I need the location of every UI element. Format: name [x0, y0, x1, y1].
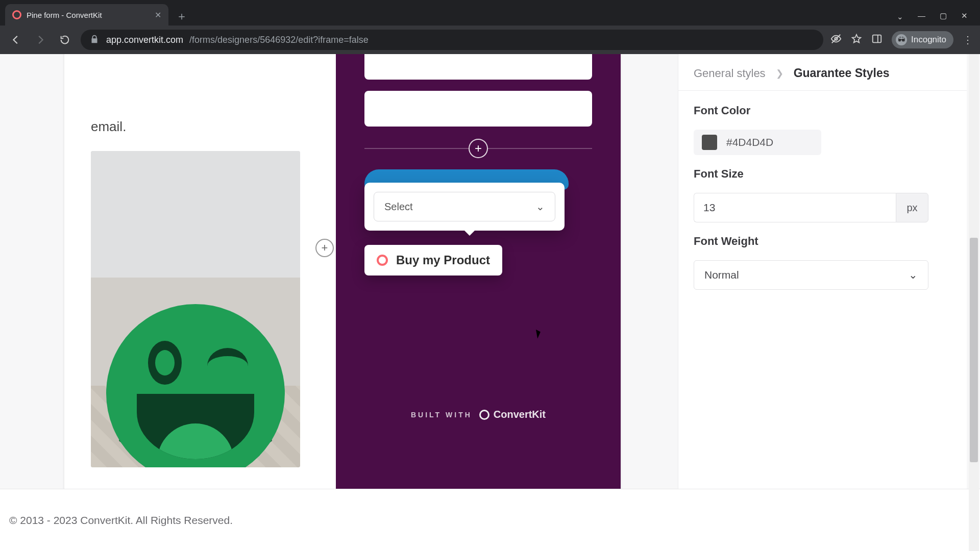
form-image[interactable] [91, 151, 300, 467]
close-window-icon[interactable]: ✕ [961, 11, 968, 20]
font-size-row: px [694, 193, 928, 222]
styles-sidebar: General styles ❯ Guarantee Styles Font C… [678, 54, 967, 497]
select-popover: Select ⌄ [364, 183, 565, 231]
font-color-label: Font Color [694, 104, 951, 117]
titlebar: Pine form - ConvertKit ✕ ＋ ⌄ ― ▢ ✕ [0, 0, 980, 26]
built-with-label: BUILT WITH [411, 411, 472, 419]
color-hex-value: #4D4D4D [726, 136, 773, 148]
form-card: email. [64, 54, 621, 493]
close-tab-icon[interactable]: ✕ [155, 10, 161, 20]
styles-panel: Font Color #4D4D4D Font Size px Font Wei… [678, 91, 967, 303]
convertkit-logo-icon [479, 410, 489, 420]
buy-product-chip[interactable]: Buy my Product [364, 245, 502, 276]
kebab-menu-icon[interactable]: ⋮ [963, 34, 973, 46]
form-left-column: email. [64, 54, 336, 493]
side-panel-icon[interactable] [871, 33, 883, 46]
browser-window: Pine form - ConvertKit ✕ ＋ ⌄ ― ▢ ✕ app.c… [0, 0, 980, 551]
breadcrumb: General styles ❯ Guarantee Styles [678, 54, 967, 91]
window-controls: ⌄ ― ▢ ✕ [897, 11, 980, 26]
tabstrip: Pine form - ConvertKit ✕ ＋ [0, 4, 897, 26]
color-swatch[interactable] [702, 135, 717, 150]
text-input-1[interactable] [364, 54, 592, 80]
text-input-2[interactable] [364, 91, 592, 127]
divider-line: + [364, 148, 592, 149]
convertkit-favicon-icon [12, 10, 21, 19]
viewport: email. [0, 54, 980, 551]
add-block-button[interactable]: + [469, 139, 488, 158]
back-button[interactable] [7, 31, 24, 48]
chevron-right-icon: ❯ [776, 68, 783, 79]
font-size-label: Font Size [694, 167, 951, 181]
font-weight-select[interactable]: Normal ⌄ [694, 260, 928, 290]
tab-title: Pine form - ConvertKit [27, 11, 150, 19]
lock-icon [89, 34, 100, 46]
breadcrumb-current: Guarantee Styles [794, 66, 890, 80]
buy-product-label: Buy my Product [396, 253, 490, 267]
chevron-down-icon: ⌄ [536, 201, 545, 213]
select-value: Select [384, 201, 413, 213]
minimize-icon[interactable]: ― [918, 11, 925, 20]
incognito-label: Incognito [911, 35, 946, 45]
font-weight-label: Font Weight [694, 235, 951, 248]
tracking-blocked-icon[interactable] [830, 33, 842, 46]
copyright-text: © 2013 - 2023 ConvertKit. All Rights Res… [9, 514, 233, 527]
add-section-left-button[interactable]: + [315, 239, 334, 257]
incognito-icon: 🕶 [896, 34, 907, 45]
maximize-icon[interactable]: ▢ [940, 11, 947, 20]
convertkit-wordmark: ConvertKit [494, 409, 546, 420]
convertkit-ring-icon [377, 255, 388, 266]
incognito-badge[interactable]: 🕶 Incognito [892, 31, 953, 48]
scrollbar-thumb[interactable] [970, 238, 978, 462]
submit-button-block[interactable]: Select ⌄ Buy my Product [364, 169, 569, 190]
svg-rect-1 [873, 35, 881, 43]
page: email. [0, 54, 980, 551]
page-footer: © 2013 - 2023 ConvertKit. All Rights Res… [0, 489, 980, 551]
vertical-scrollbar[interactable] [969, 54, 979, 551]
url-host: app.convertkit.com [106, 35, 183, 45]
font-size-unit: px [896, 193, 928, 222]
forward-button[interactable] [32, 31, 49, 48]
url-path: /forms/designers/5646932/edit?iframe=fal… [189, 35, 369, 45]
address-bar[interactable]: app.convertkit.com/forms/designers/56469… [81, 30, 823, 50]
form-right-column: + Select ⌄ Buy my Product [336, 54, 621, 493]
toolbar-right: 🕶 Incognito ⋮ [830, 31, 973, 48]
new-tab-button[interactable]: ＋ [173, 7, 191, 26]
block-type-select[interactable]: Select ⌄ [374, 192, 555, 221]
reload-button[interactable] [56, 31, 74, 48]
chevron-down-icon: ⌄ [909, 269, 918, 281]
font-size-input[interactable] [694, 193, 896, 222]
font-color-picker[interactable]: #4D4D4D [694, 130, 821, 155]
convertkit-logo: ConvertKit [479, 409, 546, 420]
intro-text-fragment: email. [91, 117, 309, 137]
breadcrumb-root[interactable]: General styles [694, 67, 766, 80]
bookmark-star-icon[interactable] [851, 33, 862, 46]
form-canvas: email. [16, 54, 652, 551]
browser-tab[interactable]: Pine form - ConvertKit ✕ [5, 4, 168, 26]
built-with-badge[interactable]: BUILT WITH ConvertKit [411, 409, 546, 420]
toolbar: app.convertkit.com/forms/designers/56469… [0, 26, 980, 54]
tab-search-icon[interactable]: ⌄ [897, 12, 903, 21]
font-weight-value: Normal [704, 269, 739, 281]
